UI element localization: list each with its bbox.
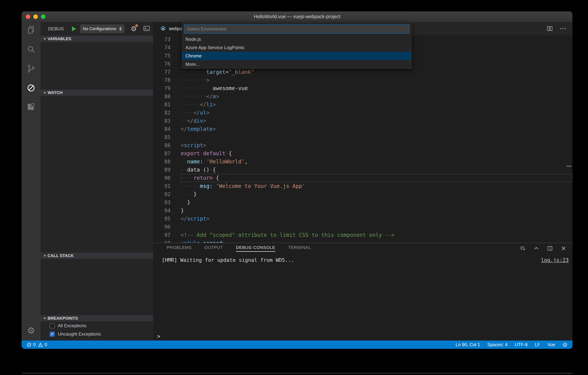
configure-gear-icon[interactable]: ⚙ <box>131 25 137 32</box>
line-number[interactable]: 95 <box>153 215 170 223</box>
line-number[interactable]: 90 <box>153 174 170 182</box>
zoom-button[interactable] <box>41 14 45 19</box>
code-line[interactable]: ····</ul> <box>181 109 572 117</box>
split-editor-icon[interactable] <box>547 26 553 32</box>
section-header-watch[interactable]: ▾ WATCH <box>41 89 153 96</box>
breakpoint-checkbox[interactable]: ✓ <box>50 331 55 337</box>
panel-layout-icon[interactable] <box>547 245 553 251</box>
error-status[interactable]: 0 <box>27 342 36 347</box>
line-number[interactable]: 96 <box>153 223 170 231</box>
breakpoint-row[interactable]: ✓Uncaught Exceptions <box>41 330 153 338</box>
language-mode[interactable]: Vue <box>547 342 555 347</box>
line-number[interactable]: 89 <box>153 166 170 174</box>
quickpick-item[interactable]: Azure App Service LogPoints <box>182 44 411 52</box>
line-number[interactable]: 76 <box>153 60 170 68</box>
quickpick-item[interactable]: More... <box>182 60 411 68</box>
search-icon[interactable] <box>27 45 36 54</box>
line-number[interactable]: 77 <box>153 68 170 76</box>
quickpick-input[interactable] <box>184 24 409 33</box>
code-line[interactable]: ······</li> <box>181 100 572 109</box>
line-number[interactable]: 86 <box>153 141 170 149</box>
explorer-icon[interactable] <box>27 25 36 34</box>
debug-console-output[interactable]: [HMR] Waiting for update signal from WDS… <box>153 254 572 341</box>
line-number[interactable]: 80 <box>153 92 170 100</box>
panel-tab[interactable]: OUTPUT <box>205 245 223 252</box>
warning-status[interactable]: 0 <box>38 342 47 347</box>
more-actions-icon[interactable]: ··· <box>560 25 567 32</box>
quickpick-item[interactable]: Chrome <box>182 52 411 60</box>
extensions-icon[interactable] <box>27 103 36 112</box>
close-button[interactable] <box>26 14 30 19</box>
feedback-smiley-icon[interactable] <box>562 342 567 347</box>
maximize-panel-icon[interactable] <box>534 245 539 251</box>
line-number[interactable]: 91 <box>153 182 170 190</box>
source-link[interactable]: log.js:23 <box>541 257 569 263</box>
section-header-variables[interactable]: ▾ VARIABLES <box>41 36 153 42</box>
code-line[interactable]: } <box>181 207 572 215</box>
breakpoint-label: Uncaught Exceptions <box>58 331 101 337</box>
code-line[interactable] <box>181 133 572 141</box>
panel-tab[interactable]: DEBUG CONSOLE <box>236 245 275 252</box>
code-line[interactable]: ······msg:·'Welcome·to·Your·Vue.js·App' <box>181 182 572 190</box>
code-line[interactable]: </template> <box>181 125 572 133</box>
code-line[interactable]: ········target="_blank" <box>181 68 572 76</box>
code-line[interactable]: ····return·{ <box>181 174 572 182</box>
settings-gear-icon[interactable]: ⚙ <box>27 326 35 335</box>
line-number[interactable]: 85 <box>153 133 170 141</box>
close-panel-icon[interactable] <box>561 245 567 251</box>
titlebar[interactable]: HelloWorld.vue — vuejs-webpack-project <box>21 11 572 22</box>
code-line[interactable]: <script> <box>181 141 572 149</box>
source-control-icon[interactable] <box>27 64 36 73</box>
line-number[interactable]: 87 <box>153 149 170 157</box>
line-number[interactable]: 74 <box>153 44 170 52</box>
encoding[interactable]: UTF-8 <box>515 342 528 347</box>
line-number[interactable]: 88 <box>153 157 170 166</box>
quickpick-item[interactable]: Node.js <box>182 35 411 44</box>
debug-console-toggle-icon[interactable] <box>143 25 150 32</box>
section-header-breakpoints[interactable]: ▾ BREAKPOINTS <box>41 315 153 321</box>
line-number[interactable]: 83 <box>153 117 170 125</box>
panel-tab[interactable]: TERMINAL <box>288 245 311 252</box>
code-line[interactable]: <style·scoped> <box>181 239 572 243</box>
line-number[interactable]: 82 <box>153 109 170 117</box>
indentation[interactable]: Spaces: 4 <box>487 342 507 347</box>
code-line[interactable] <box>181 223 572 231</box>
line-number[interactable]: 92 <box>153 190 170 198</box>
warning-count: 0 <box>44 342 47 347</box>
code-line[interactable]: </script> <box>181 215 572 223</box>
breakpoint-row[interactable]: All Exceptions <box>41 321 153 330</box>
code-line[interactable]: ········> <box>181 76 572 84</box>
repl-prompt-icon: > <box>157 333 160 339</box>
debug-console-input[interactable]: > <box>153 332 572 341</box>
code-line[interactable]: ····} <box>181 190 572 198</box>
line-number[interactable]: 81 <box>153 100 170 109</box>
start-debug-button[interactable] <box>72 26 76 31</box>
line-number[interactable]: 98 <box>153 239 170 243</box>
breakpoint-checkbox[interactable] <box>50 323 55 328</box>
line-number[interactable]: 78 <box>153 76 170 84</box>
problems-status[interactable]: 0 0 <box>27 342 47 347</box>
code-line[interactable]: ··} <box>181 198 572 207</box>
line-number[interactable]: 97 <box>153 231 170 239</box>
code-line[interactable]: ········</a> <box>181 92 572 100</box>
line-number[interactable]: 79 <box>153 84 170 92</box>
code-line[interactable]: export·default·{ <box>181 149 572 157</box>
line-number[interactable]: 75 <box>153 52 170 60</box>
panel-tab[interactable]: PROBLEMS <box>167 245 192 252</box>
code-line[interactable]: ··name:·'HelloWorld', <box>181 157 572 166</box>
clear-console-icon[interactable] <box>520 245 525 251</box>
line-number[interactable]: 94 <box>153 207 170 215</box>
debug-icon[interactable] <box>27 83 36 92</box>
code-line[interactable]: <!--·Add·"scoped"·attribute·to·limit·CSS… <box>181 231 572 239</box>
line-number[interactable]: 93 <box>153 198 170 207</box>
line-number[interactable]: 73 <box>153 35 170 44</box>
debug-configuration-dropdown[interactable]: No Configurations <box>80 25 124 33</box>
eol-sequence[interactable]: LF <box>535 342 540 347</box>
line-number[interactable]: 84 <box>153 125 170 133</box>
code-line[interactable]: ··········awesome-vue <box>181 84 572 92</box>
section-header-call-stack[interactable]: ▾ CALL STACK <box>41 253 153 259</box>
minimize-button[interactable] <box>33 14 38 19</box>
code-line[interactable]: ··data·()·{ <box>181 166 572 174</box>
cursor-position[interactable]: Ln 90, Col 1 <box>456 342 480 347</box>
code-line[interactable]: ··</div> <box>181 117 572 125</box>
